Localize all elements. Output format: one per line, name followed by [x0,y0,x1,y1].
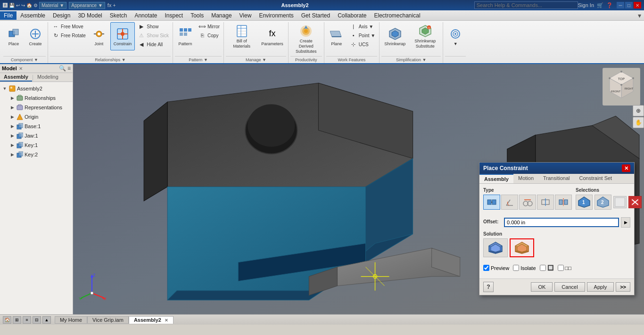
tab-vice-grip[interactable]: Vice Grip.iam [87,316,129,324]
create-derived-button[interactable]: Create Derived Substitutes [290,22,322,55]
dialog-tab-constraint-set[interactable]: Constraint Set [574,174,617,183]
menu-3dmodel[interactable]: 3D Model [74,11,106,20]
settings-icon[interactable]: ⚙ [33,3,38,8]
isolate-checkbox[interactable]: Isolate [513,265,536,271]
search-help-commands[interactable] [474,1,578,9]
show-sick-button[interactable]: ⚠ Show Sick [136,31,171,40]
fx-icon[interactable]: fx [107,2,112,8]
menu-file[interactable]: File [0,11,17,20]
tab-my-home[interactable]: My Home [55,316,87,324]
appearance-dropdown[interactable]: Appearance ▼ [69,2,105,9]
ok-button[interactable]: OK [531,282,553,292]
create-button[interactable]: Create [25,22,46,50]
shrinkwrap-substitute-button[interactable]: S Shrinkwrap Substitute [409,22,441,50]
3d-viewport[interactable]: TOP RIGHT FRONT ⊕ ✋ Z [73,64,644,314]
copy-button[interactable]: ⎘ Copy [197,31,222,40]
tree-item-relationships[interactable]: ▶ Relationships [0,93,73,103]
menu-assemble[interactable]: Assemble [17,11,49,20]
maximize-button[interactable]: □ [625,2,633,8]
place-button[interactable]: Place [3,22,24,50]
tree-item-origin[interactable]: ▶ Origin [0,112,73,122]
tree-root-assembly2[interactable]: ▼ Assembly2 [0,84,73,93]
extra2-checkbox[interactable]: □□ [558,265,571,271]
signin-link[interactable]: Sign In [578,2,594,8]
relationships-group-label[interactable]: Relationships ▼ [50,56,171,63]
selection-clear-2-button[interactable] [628,196,642,208]
tab-assembly[interactable]: Assembly [0,73,32,82]
show-button[interactable]: ▶ Show [136,22,171,31]
full-nav-wheel-button[interactable]: ⊕ [633,105,644,116]
selection-1-button[interactable]: 1 [576,195,593,210]
view-options-button[interactable]: ▼ [445,22,466,50]
mirror-button[interactable]: ⟺ Mirror [197,22,222,31]
shrinkwrap-button[interactable]: Shrinkwrap [381,22,408,50]
plane-button[interactable]: Plane [326,22,347,50]
relationships-expand[interactable]: ▶ [9,95,15,101]
menu-view[interactable]: View [236,11,256,20]
base-expand[interactable]: ▶ [9,123,15,129]
pattern-button[interactable]: Pattern [175,22,196,50]
close-button[interactable]: ✕ [634,2,641,8]
redo-icon[interactable]: ↪ [21,3,25,8]
dialog-tab-transitional[interactable]: Transitional [538,174,574,183]
axis-button[interactable]: | Axis ▼ [348,22,377,31]
undo-icon[interactable]: ↩ [16,3,20,8]
key2-expand[interactable]: ▶ [9,152,15,157]
constraint-symmetry-button[interactable] [555,195,572,210]
solution-1-button[interactable] [483,238,508,257]
solution-2-button[interactable] [510,238,534,257]
parameters-button[interactable]: fx Parameters [258,22,286,50]
cart-icon[interactable]: 🛒 [597,2,603,8]
material-dropdown[interactable]: Material ▼ [39,2,66,9]
free-rotate-button[interactable]: ↻ Free Rotate [50,31,88,40]
minimize-button[interactable]: ─ [617,2,624,8]
preview-checkbox[interactable]: Preview [483,265,509,271]
menu-inspect[interactable]: Inspect [161,11,187,20]
simplification-group-label[interactable]: Simplification ▼ [381,56,441,63]
menu-annotate[interactable]: Annotate [131,11,161,20]
pan-button[interactable]: ✋ [633,117,644,128]
root-expand-icon[interactable]: ▼ [2,86,8,91]
tree-item-representations[interactable]: ▶ Representations [0,103,73,112]
menu-get-started[interactable]: Get Started [297,11,334,20]
origin-expand[interactable]: ▶ [9,114,15,120]
statusbar-expand-icon[interactable]: ▲ [42,316,51,324]
save-icon[interactable]: 💾 [9,3,15,8]
selection-2-button[interactable]: 2 [594,195,611,210]
constraint-angle-button[interactable] [501,195,518,210]
menu-manage[interactable]: Manage [207,11,235,20]
jaw-expand[interactable]: ▶ [9,133,15,139]
hide-all-button[interactable]: ◀ Hide All [136,40,171,49]
constraint-insert-button[interactable] [537,195,554,210]
component-group-label[interactable]: Component ▼ [3,56,46,63]
dialog-tab-assembly[interactable]: Assembly [479,174,513,183]
dialog-help-button[interactable]: ? [483,282,494,292]
statusbar-list-icon[interactable]: ≡ [23,316,31,324]
free-move-button[interactable]: ↔ Free Move [50,22,88,31]
menu-tools[interactable]: Tools [187,11,207,20]
menu-electromechanical[interactable]: Electromechanical [371,11,424,20]
manage-group-label[interactable]: Manage ▼ [226,56,286,63]
menu-sketch[interactable]: Sketch [106,11,131,20]
tree-item-jaw1[interactable]: ▶ Jaw:1 [0,131,73,140]
ucs-button[interactable]: ⊹ UCS [348,40,377,49]
bom-button[interactable]: Bill of Materials [226,22,257,50]
constraint-tangent-button[interactable] [519,195,536,210]
menu-design[interactable]: Design [49,11,74,20]
joint-button[interactable]: Joint [89,22,109,50]
tree-item-key1[interactable]: ▶ Key:1 [0,140,73,150]
more-button[interactable]: >> [616,282,630,292]
browser-menu-icon[interactable]: ≡ [67,65,71,72]
tab-modeling[interactable]: Modeling [33,73,62,82]
offset-input[interactable] [504,218,619,227]
selection-clear-1-button[interactable] [613,196,627,208]
statusbar-grid-icon[interactable]: ⊞ [13,316,21,324]
representations-expand[interactable]: ▶ [9,105,15,110]
point-button[interactable]: • Point ▼ [348,31,377,40]
view-cube[interactable]: TOP RIGHT FRONT [603,68,640,106]
tree-item-base1[interactable]: ▶ Base:1 [0,122,73,131]
statusbar-home-icon[interactable]: 🏠 [3,316,11,324]
offset-expand-button[interactable]: ▶ [621,217,630,228]
help-icon[interactable]: ❓ [606,2,613,8]
ribbon-expand-icon[interactable]: ▾ [638,12,644,19]
